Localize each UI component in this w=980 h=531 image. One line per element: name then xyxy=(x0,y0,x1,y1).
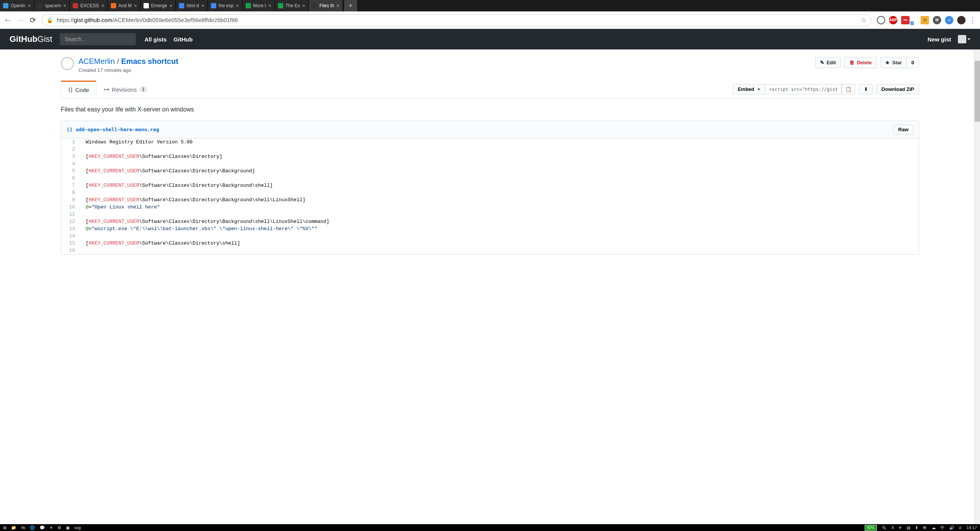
browser-tab[interactable]: More t× xyxy=(243,0,275,11)
revisions-count: 1 xyxy=(139,86,147,92)
trash-icon: 🗑 xyxy=(849,60,854,65)
tray-icon[interactable]: ✈ xyxy=(899,525,902,530)
browser-tab[interactable]: The Ex× xyxy=(275,0,309,11)
github-link[interactable]: GitHub xyxy=(174,36,193,43)
star-button[interactable]: ★ Star xyxy=(880,57,907,68)
taskbar-icon[interactable]: 📁 xyxy=(11,525,16,530)
scrollbar-thumb[interactable] xyxy=(975,61,980,122)
close-tab-icon[interactable]: × xyxy=(236,3,239,9)
download-button[interactable]: ⬇ xyxy=(859,84,873,94)
raw-button[interactable]: Raw xyxy=(893,125,913,134)
close-tab-icon[interactable]: × xyxy=(302,3,305,9)
tab-revisions[interactable]: ⊶ Revisions 1 xyxy=(96,81,155,98)
close-tab-icon[interactable]: × xyxy=(134,3,137,9)
tray-icon[interactable]: 🔊 xyxy=(949,525,954,530)
tab-code[interactable]: ⟨⟩ Code xyxy=(61,81,96,98)
tray-icon[interactable]: ☁ xyxy=(932,525,936,530)
taskbar-icon[interactable]: 🌐 xyxy=(30,525,35,530)
line-number[interactable]: 5 xyxy=(61,167,80,175)
browser-tab[interactable]: spacem× xyxy=(34,0,70,11)
line-number[interactable]: 16 xyxy=(61,247,80,254)
clock[interactable]: 14:17 xyxy=(966,525,977,530)
line-number[interactable]: 12 xyxy=(61,218,80,225)
download-zip-button[interactable]: Download ZIP xyxy=(876,84,919,94)
reload-button[interactable]: ⟳ xyxy=(30,16,36,25)
browser-tab[interactable]: Openin× xyxy=(0,0,34,11)
line-number[interactable]: 13 xyxy=(61,225,80,232)
close-tab-icon[interactable]: × xyxy=(28,3,31,9)
taskbar-icon[interactable]: ▣ xyxy=(66,525,70,530)
browser-tab[interactable]: EXCESS× xyxy=(70,0,108,11)
favicon xyxy=(37,3,43,8)
line-number[interactable]: 2 xyxy=(61,146,80,153)
extension-icon[interactable] xyxy=(877,16,885,24)
tray-icon[interactable]: ⬆ xyxy=(915,525,918,530)
bookmark-star-icon[interactable]: ☆ xyxy=(860,16,867,24)
close-tab-icon[interactable]: × xyxy=(201,3,204,9)
zoom-indicator[interactable]: 80% xyxy=(865,525,877,531)
new-tab-button[interactable]: + xyxy=(344,0,357,11)
line-number[interactable]: 10 xyxy=(61,203,80,211)
close-tab-icon[interactable]: × xyxy=(337,3,340,9)
close-tab-icon[interactable]: × xyxy=(169,3,172,9)
line-number[interactable]: 11 xyxy=(61,211,80,218)
new-gist-link[interactable]: New gist xyxy=(927,36,951,43)
tray-icon[interactable]: 中 xyxy=(940,525,945,531)
line-number[interactable]: 8 xyxy=(61,189,80,196)
start-button[interactable]: ⊞ xyxy=(3,525,6,530)
taskbar-icon[interactable]: 🛍 xyxy=(21,525,25,530)
gist-name-link[interactable]: Emacs shortcut xyxy=(121,57,178,65)
browser-tab[interactable]: the exp× xyxy=(208,0,243,11)
taskbar-icon[interactable]: ✈ xyxy=(49,525,53,530)
line-number[interactable]: 7 xyxy=(61,182,80,189)
lastpass-icon[interactable]: ••• xyxy=(901,16,910,24)
taskbar-icon[interactable]: svg xyxy=(74,525,81,530)
embed-dropdown[interactable]: Embed xyxy=(733,84,765,94)
adblock-icon[interactable]: ABP xyxy=(889,16,897,24)
line-number[interactable]: 9 xyxy=(61,196,80,203)
pencil-icon: ✎ xyxy=(820,60,824,65)
address-bar[interactable]: 🔒 https://gist.github.com/ACEMerlin/0db0… xyxy=(41,14,871,26)
close-tab-icon[interactable]: × xyxy=(63,3,66,9)
gist-title: ACEMerlin / Emacs shortcut xyxy=(78,57,178,66)
browser-tab[interactable]: And M× xyxy=(108,0,140,11)
tray-icon[interactable]: ⎚ xyxy=(959,525,962,530)
line-number[interactable]: 4 xyxy=(61,160,80,167)
browser-tab[interactable]: Files th× xyxy=(309,0,343,11)
scrollbar[interactable] xyxy=(974,49,980,531)
embed-url-input[interactable] xyxy=(765,84,841,94)
taskbar-icon[interactable]: 💬 xyxy=(40,525,45,530)
extension-icon[interactable]: M xyxy=(933,16,941,24)
file-name-link[interactable]: ⟨⟩ add-open-shell-here-menu.reg xyxy=(67,127,159,132)
tray-icon[interactable]: ▤ xyxy=(907,525,910,530)
all-gists-link[interactable]: All gists xyxy=(144,36,166,43)
copy-embed-button[interactable]: 📋 xyxy=(841,84,855,94)
browser-tab[interactable]: html d× xyxy=(176,0,208,11)
back-button[interactable]: ← xyxy=(4,16,11,24)
owner-link[interactable]: ACEMerlin xyxy=(78,57,115,65)
close-tab-icon[interactable]: × xyxy=(268,3,271,9)
forward-button[interactable]: → xyxy=(17,16,24,24)
line-number[interactable]: 15 xyxy=(61,240,80,247)
close-tab-icon[interactable]: × xyxy=(101,3,104,9)
extension-icon[interactable]: ツ xyxy=(921,16,929,24)
line-number[interactable]: 3 xyxy=(61,153,80,160)
line-number[interactable]: 6 xyxy=(61,175,80,182)
delete-button[interactable]: 🗑 Delete xyxy=(844,57,876,68)
search-input[interactable] xyxy=(60,33,136,45)
star-count[interactable]: 0 xyxy=(907,57,919,68)
line-number[interactable]: 14 xyxy=(61,232,80,240)
tray-icon[interactable]: ⛨ xyxy=(923,525,927,530)
tray-icon[interactable]: X xyxy=(891,525,894,530)
taskbar-icon[interactable]: ⚙ xyxy=(57,525,61,530)
user-menu[interactable] xyxy=(958,35,970,43)
owner-avatar[interactable] xyxy=(61,57,74,70)
tray-icon[interactable]: 🔌 xyxy=(881,525,887,530)
edit-button[interactable]: ✎ Edit xyxy=(815,57,841,68)
extension-icon[interactable]: ✓ xyxy=(945,16,953,24)
line-number[interactable]: 1 xyxy=(61,138,80,146)
profile-avatar-icon[interactable] xyxy=(957,16,966,24)
browser-tab[interactable]: Emerge× xyxy=(140,0,176,11)
github-gist-logo[interactable]: GitHubGist xyxy=(10,34,52,44)
browser-menu-icon[interactable]: ⋮ xyxy=(969,16,976,24)
